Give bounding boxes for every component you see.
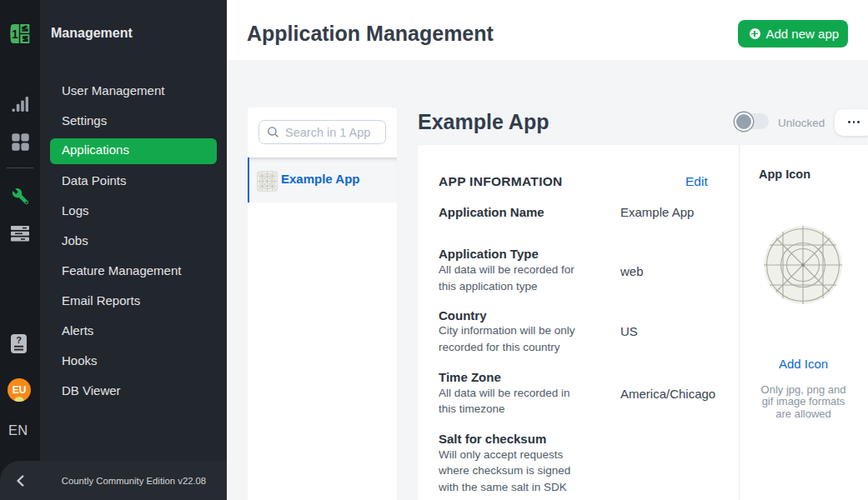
svg-text:?: ? xyxy=(16,335,22,345)
svg-text:1: 1 xyxy=(12,28,18,41)
